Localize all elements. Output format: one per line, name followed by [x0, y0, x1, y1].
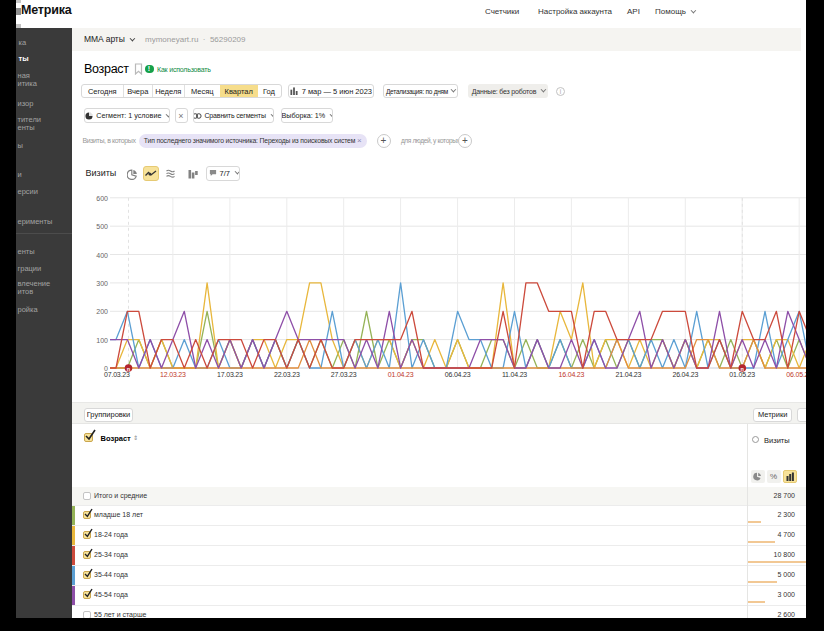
svg-text:21.04.23: 21.04.23 — [616, 371, 642, 378]
svg-text:12.03.23: 12.03.23 — [160, 371, 186, 378]
svg-text:400: 400 — [96, 252, 108, 259]
svg-text:06.04.23: 06.04.23 — [445, 371, 471, 378]
svg-text:26.04.23: 26.04.23 — [672, 371, 698, 378]
svg-text:300: 300 — [96, 280, 108, 287]
svg-text:27.03.23: 27.03.23 — [331, 371, 357, 378]
svg-text:200: 200 — [96, 308, 108, 315]
svg-text:16.04.23: 16.04.23 — [559, 371, 585, 378]
svg-text:01.04.23: 01.04.23 — [388, 371, 414, 378]
svg-text:100: 100 — [96, 337, 108, 344]
svg-text:500: 500 — [96, 223, 108, 230]
svg-text:22.03.23: 22.03.23 — [274, 371, 300, 378]
svg-text:17.03.23: 17.03.23 — [217, 371, 243, 378]
svg-text:07.03.23: 07.03.23 — [104, 371, 130, 378]
svg-text:600: 600 — [96, 195, 108, 202]
svg-text:11.04.23: 11.04.23 — [502, 371, 527, 378]
